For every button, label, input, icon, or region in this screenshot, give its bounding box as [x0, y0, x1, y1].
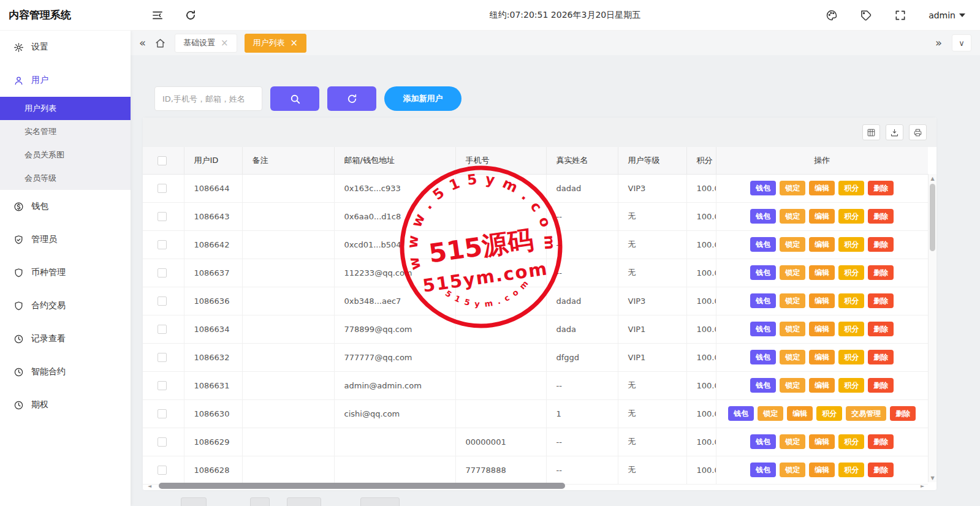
row-checkbox[interactable]	[158, 353, 167, 362]
action-button[interactable]: 锁定	[780, 463, 805, 477]
action-button[interactable]: 积分	[838, 463, 864, 477]
sidebar-item[interactable]: 钱包	[0, 190, 131, 223]
action-button[interactable]: 积分	[838, 378, 864, 393]
action-button[interactable]: 编辑	[809, 181, 835, 195]
add-user-button[interactable]: 添加新用户	[384, 86, 462, 111]
action-button[interactable]: 编辑	[809, 293, 835, 308]
menu-fold-icon[interactable]	[151, 9, 164, 21]
select-all-checkbox[interactable]	[158, 156, 167, 165]
action-button[interactable]: 积分	[816, 406, 842, 421]
action-button[interactable]: 锁定	[780, 293, 805, 308]
action-button[interactable]: 积分	[838, 350, 864, 364]
sidebar-subitem[interactable]: 会员等级	[0, 167, 131, 190]
home-tab-icon[interactable]	[154, 37, 166, 49]
row-checkbox[interactable]	[158, 296, 167, 306]
sidebar-item[interactable]: 用户	[0, 64, 131, 97]
action-button[interactable]: 编辑	[809, 237, 835, 252]
action-button[interactable]: 编辑	[809, 265, 835, 280]
row-checkbox[interactable]	[158, 325, 167, 334]
row-checkbox[interactable]	[158, 466, 167, 475]
sidebar-item[interactable]: 记录查看	[0, 322, 131, 355]
action-button[interactable]: 删除	[890, 406, 916, 421]
scroll-right-icon[interactable]: ►	[918, 483, 927, 489]
action-button[interactable]: 删除	[868, 237, 894, 252]
tabs-scroll-left-icon[interactable]: «	[139, 37, 146, 48]
action-button[interactable]: 编辑	[809, 209, 835, 224]
sidebar-item[interactable]: 合约交易	[0, 289, 131, 322]
action-button[interactable]: 锁定	[780, 350, 805, 364]
sidebar-item[interactable]: 设置	[0, 31, 131, 64]
action-button[interactable]: 删除	[868, 463, 894, 477]
action-button[interactable]: 交易管理	[846, 406, 886, 421]
print-icon[interactable]	[909, 124, 927, 140]
action-button[interactable]: 锁定	[780, 209, 805, 224]
columns-icon[interactable]	[862, 124, 880, 140]
vertical-scrollbar[interactable]: ▲ ▼	[928, 174, 936, 482]
action-button[interactable]: 积分	[838, 209, 864, 224]
sidebar-item[interactable]: 期权	[0, 388, 131, 421]
tab[interactable]: 基础设置×	[175, 34, 237, 53]
fullscreen-icon[interactable]	[894, 9, 906, 21]
sidebar-item[interactable]: 管理员	[0, 223, 131, 256]
action-button[interactable]: 钱包	[750, 293, 776, 308]
row-checkbox[interactable]	[158, 240, 167, 249]
scroll-down-icon[interactable]: ▼	[930, 474, 934, 482]
action-button[interactable]: 钱包	[750, 237, 776, 252]
action-button[interactable]: 删除	[868, 265, 894, 280]
theme-icon[interactable]	[826, 9, 838, 21]
sidebar-item[interactable]: 智能合约	[0, 355, 131, 388]
action-button[interactable]: 锁定	[780, 434, 805, 449]
action-button[interactable]: 删除	[868, 293, 894, 308]
action-button[interactable]: 编辑	[809, 322, 835, 336]
action-button[interactable]: 删除	[868, 209, 894, 224]
action-button[interactable]: 积分	[838, 293, 864, 308]
action-button[interactable]: 钱包	[750, 463, 776, 477]
horizontal-scrollbar-thumb[interactable]	[159, 483, 565, 489]
action-button[interactable]: 编辑	[787, 406, 813, 421]
action-button[interactable]: 钱包	[750, 265, 776, 280]
action-button[interactable]: 锁定	[780, 378, 805, 393]
action-button[interactable]: 钱包	[728, 406, 754, 421]
row-checkbox[interactable]	[158, 381, 167, 390]
refresh-icon[interactable]	[184, 9, 197, 21]
action-button[interactable]: 钱包	[750, 322, 776, 336]
row-checkbox[interactable]	[158, 184, 167, 193]
action-button[interactable]: 删除	[868, 434, 894, 449]
row-checkbox[interactable]	[158, 268, 167, 278]
row-checkbox[interactable]	[158, 409, 167, 418]
action-button[interactable]: 积分	[838, 434, 864, 449]
tabs-scroll-right-icon[interactable]: »	[935, 37, 942, 48]
action-button[interactable]: 删除	[868, 181, 894, 195]
action-button[interactable]: 积分	[838, 237, 864, 252]
row-checkbox[interactable]	[158, 212, 167, 221]
action-button[interactable]: 钱包	[750, 209, 776, 224]
action-button[interactable]: 钱包	[750, 434, 776, 449]
sidebar-item[interactable]: 币种管理	[0, 256, 131, 289]
vertical-scrollbar-thumb[interactable]	[930, 184, 935, 251]
action-button[interactable]: 钱包	[750, 181, 776, 195]
pagination-control-partial[interactable]	[250, 497, 270, 506]
action-button[interactable]: 锁定	[758, 406, 783, 421]
action-button[interactable]: 锁定	[780, 181, 805, 195]
tabs-dropdown-icon[interactable]: ∨	[952, 34, 971, 51]
action-button[interactable]: 删除	[868, 350, 894, 364]
action-button[interactable]: 积分	[838, 181, 864, 195]
action-button[interactable]: 删除	[868, 322, 894, 336]
sidebar-subitem[interactable]: 会员关系图	[0, 143, 131, 167]
pagination-control-partial[interactable]	[360, 497, 400, 506]
sidebar-subitem[interactable]: 实名管理	[0, 120, 131, 143]
row-checkbox[interactable]	[158, 437, 167, 447]
pagination-control-partial[interactable]	[287, 497, 321, 506]
pagination-control-partial[interactable]	[181, 497, 207, 506]
search-button[interactable]	[270, 86, 319, 111]
tag-icon[interactable]	[860, 9, 872, 21]
tab[interactable]: 用户列表×	[245, 34, 307, 53]
horizontal-scrollbar[interactable]: ◄ ►	[145, 482, 927, 489]
export-icon[interactable]	[886, 124, 903, 140]
action-button[interactable]: 编辑	[809, 350, 835, 364]
scroll-left-icon[interactable]: ◄	[145, 483, 154, 489]
action-button[interactable]: 编辑	[809, 378, 835, 393]
action-button[interactable]: 编辑	[809, 463, 835, 477]
tab-close-icon[interactable]: ×	[291, 39, 298, 48]
action-button[interactable]: 锁定	[780, 322, 805, 336]
